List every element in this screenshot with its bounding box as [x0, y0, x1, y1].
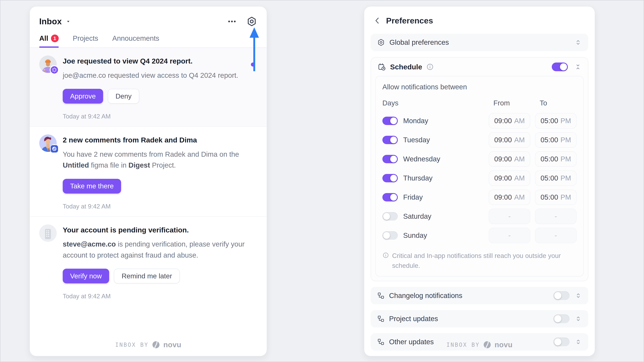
preferences-title: Preferences — [386, 16, 433, 25]
column-days: Days — [382, 99, 484, 107]
tuesday-from-time[interactable]: 09:00AM — [489, 132, 530, 148]
wednesday-to-time[interactable]: 05:00PM — [535, 151, 576, 167]
approve-button[interactable]: Approve — [63, 89, 103, 104]
monday-to-time[interactable]: 05:00PM — [535, 113, 576, 129]
notification-list: Joe requested to view Q4 2024 report. jo… — [30, 48, 267, 306]
friday-to-time[interactable]: 05:00PM — [535, 190, 576, 205]
schedule-label: Schedule — [390, 63, 422, 71]
tab-all[interactable]: All 1 — [39, 34, 59, 47]
info-icon — [382, 252, 389, 259]
tab-all-badge: 1 — [51, 34, 59, 42]
footer-prefix: INBOX BY — [446, 342, 480, 348]
thursday-toggle[interactable] — [382, 174, 398, 182]
thursday-from-time[interactable]: 09:00AM — [489, 170, 530, 186]
calendar-clock-icon — [377, 62, 386, 71]
wednesday-toggle[interactable] — [382, 155, 398, 163]
project-updates-row[interactable]: Project updates — [371, 310, 588, 328]
info-icon[interactable] — [426, 63, 434, 71]
project-updates-toggle[interactable] — [554, 314, 570, 323]
preferences-footer: INBOX BY novu — [364, 341, 595, 349]
schedule-header: Schedule — [371, 57, 588, 75]
novu-logo-icon — [483, 341, 491, 349]
novu-sun-badge-icon — [51, 66, 58, 73]
schedule-toggle[interactable] — [552, 62, 568, 71]
avatar — [39, 55, 57, 73]
schedule-note-text: Critical and In-app notifications still … — [392, 251, 576, 271]
tab-announcements[interactable]: Annoucements — [112, 34, 159, 47]
friday-from-time[interactable]: 09:00AM — [489, 190, 530, 205]
schedule-row-tuesday: Tuesday 09:00AM 05:00PM — [382, 131, 576, 149]
notification-item[interactable]: Joe requested to view Q4 2024 report. jo… — [30, 48, 267, 127]
schedule-settings: Allow notifications between Days From To… — [375, 76, 584, 277]
inbox-title: Inbox — [39, 16, 62, 26]
friday-toggle[interactable] — [382, 193, 398, 201]
expand-chevrons-icon[interactable] — [574, 292, 582, 299]
schedule-row-wednesday: Wednesday 09:00AM 05:00PM — [382, 150, 576, 168]
inbox-caret-down-icon[interactable] — [66, 18, 71, 24]
notification-body: You have 2 new comments from Radek and D… — [63, 149, 250, 171]
wednesday-from-time[interactable]: 09:00AM — [489, 151, 530, 167]
tuesday-to-time[interactable]: 05:00PM — [535, 132, 576, 148]
back-chevron-icon[interactable] — [373, 16, 382, 25]
verify-now-button[interactable]: Verify now — [63, 269, 109, 283]
take-me-there-button[interactable]: Take me there — [63, 179, 121, 194]
collapse-chevrons-icon[interactable] — [574, 63, 582, 70]
sunday-from-time: - — [489, 228, 530, 243]
notification-body: joe@acme.co requested view access to Q4 … — [63, 70, 250, 81]
more-icon[interactable] — [227, 16, 237, 26]
column-to: To — [535, 99, 576, 107]
saturday-toggle[interactable] — [382, 212, 398, 221]
inbox-footer: INBOX BY novu — [30, 341, 267, 349]
thursday-to-time[interactable]: 05:00PM — [535, 170, 576, 186]
tab-all-label: All — [39, 34, 48, 42]
notification-timestamp: Today at 9:42 AM — [63, 293, 256, 300]
tab-projects-label: Projects — [73, 34, 98, 42]
avatar — [39, 134, 57, 152]
workflow-icon — [377, 315, 385, 323]
schedule-card: Schedule Allow notifications between Day… — [371, 57, 588, 281]
settings-gear-icon[interactable] — [246, 16, 257, 27]
inbox-panel: Inbox All 1 Projects Annoucemen — [30, 6, 267, 356]
allow-notifications-label: Allow notifications between — [382, 83, 576, 91]
global-preferences-row[interactable]: Global preferences — [371, 34, 588, 51]
saturday-from-time: - — [489, 209, 530, 224]
schedule-row-friday: Friday 09:00AM 05:00PM — [382, 189, 576, 206]
expand-chevrons-icon[interactable] — [574, 315, 582, 323]
notification-item[interactable]: 2 new comments from Radek and Dima You h… — [30, 127, 267, 217]
notification-timestamp: Today at 9:42 AM — [63, 113, 256, 120]
project-updates-label: Project updates — [389, 315, 438, 323]
notification-title: Your account is pending verification. — [63, 226, 256, 234]
tuesday-toggle[interactable] — [382, 136, 398, 144]
sunday-toggle[interactable] — [382, 231, 398, 240]
annotation-arrow-up — [249, 27, 260, 72]
notification-item[interactable]: Your account is pending verification. st… — [30, 217, 267, 306]
column-from: From — [489, 99, 530, 107]
monday-from-time[interactable]: 09:00AM — [489, 113, 530, 129]
day-label: Monday — [403, 117, 484, 125]
tab-announcements-label: Annoucements — [112, 34, 159, 42]
schedule-row-sunday: Sunday - - — [382, 227, 576, 244]
preferences-header: Preferences — [364, 6, 595, 25]
workflow-icon — [377, 292, 385, 300]
schedule-note: Critical and In-app notifications still … — [382, 251, 576, 271]
day-label: Wednesday — [403, 155, 484, 163]
changelog-notifications-row[interactable]: Changelog notifications — [371, 287, 588, 304]
footer-brand: novu — [163, 341, 181, 349]
day-label: Saturday — [403, 212, 484, 220]
figma-app-badge-icon — [51, 145, 58, 152]
monday-toggle[interactable] — [382, 117, 398, 125]
day-label: Thursday — [403, 174, 484, 182]
schedule-row-monday: Monday 09:00AM 05:00PM — [382, 112, 576, 130]
remind-me-later-button[interactable]: Remind me later — [114, 269, 180, 283]
deny-button[interactable]: Deny — [108, 89, 139, 104]
notification-title: Joe requested to view Q4 2024 report. — [63, 57, 256, 65]
schedule-row-thursday: Thursday 09:00AM 05:00PM — [382, 169, 576, 187]
changelog-toggle[interactable] — [554, 291, 570, 300]
gear-icon — [377, 38, 385, 46]
notification-title: 2 new comments from Radek and Dima — [63, 136, 256, 144]
schedule-columns: Days From To — [382, 99, 576, 107]
tab-projects[interactable]: Projects — [73, 34, 98, 47]
saturday-to-time: - — [535, 209, 576, 224]
expand-chevrons-icon[interactable] — [574, 38, 582, 46]
notification-body: steve@acme.co is pending verification, p… — [63, 239, 250, 261]
